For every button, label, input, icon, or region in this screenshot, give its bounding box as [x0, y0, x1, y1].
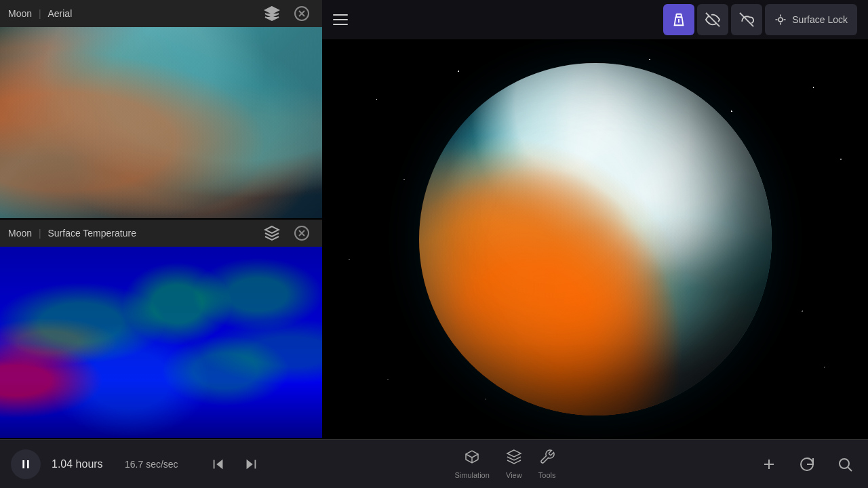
add-button[interactable]: [757, 452, 781, 476]
temp-body-name: Moon: [8, 228, 32, 239]
layers-icon: [264, 5, 280, 22]
temperature-close-button[interactable]: [290, 221, 314, 245]
temperature-map-canvas: [0, 247, 322, 438]
search-button[interactable]: [833, 452, 857, 476]
time-display: 1.04 hours: [52, 458, 119, 470]
layers-nav-icon: [506, 449, 522, 465]
main-3d-view: [322, 39, 868, 439]
pause-icon: [20, 459, 31, 470]
eye-off-icon: [705, 12, 720, 27]
aerial-layers-button[interactable]: [260, 1, 284, 26]
speed-display: 16.7 sec/sec: [125, 459, 199, 470]
fast-forward-button[interactable]: [237, 451, 264, 478]
speed-value: 16.7: [125, 459, 143, 470]
aerial-map-header: Moon | Aerial: [0, 0, 322, 27]
close-icon-2: [294, 225, 310, 241]
aerial-layer-name: Aerial: [47, 8, 72, 19]
plus-icon: [761, 456, 777, 472]
svg-line-19: [472, 454, 478, 458]
rewind-button[interactable]: [205, 451, 232, 478]
eye-off-button[interactable]: [697, 4, 728, 35]
time-value: 1.04 hours: [52, 458, 103, 470]
surface-lock-icon: [774, 14, 787, 26]
search-icon: [837, 456, 853, 472]
temp-separator: |: [39, 228, 44, 239]
cloud-off-button[interactable]: [731, 4, 762, 35]
svg-point-24: [840, 459, 849, 468]
nav-simulation[interactable]: Simulation: [454, 449, 489, 479]
view-label: View: [506, 471, 522, 479]
rotate-button[interactable]: [795, 452, 819, 476]
close-icon: [294, 5, 310, 22]
pause-button[interactable]: [11, 449, 41, 479]
menu-button[interactable]: [333, 14, 348, 25]
temp-layer-name: Surface Temperature: [47, 228, 136, 239]
speed-unit: sec/sec: [146, 459, 178, 470]
temperature-map-section: Moon | Surface Temperature: [0, 220, 322, 439]
aerial-map-canvas: [0, 27, 322, 218]
svg-point-10: [778, 18, 783, 22]
svg-line-25: [848, 467, 852, 471]
svg-marker-20: [507, 450, 521, 457]
rotate-icon: [799, 456, 815, 472]
surface-lock-button[interactable]: Surface Lock: [765, 4, 857, 35]
cloud-off-icon: [739, 12, 754, 27]
bottom-toolbar: 1.04 hours 16.7 sec/sec Si: [0, 439, 868, 488]
top-toolbar: Surface Lock: [322, 0, 868, 39]
aerial-close-button[interactable]: [290, 1, 314, 26]
tools-icon: [539, 449, 555, 469]
temperature-map-header: Moon | Surface Temperature: [0, 220, 322, 247]
aerial-map-title: Moon | Aerial: [8, 8, 254, 19]
surface-lock-label: Surface Lock: [792, 14, 848, 25]
aerial-separator: |: [39, 8, 44, 19]
nav-tools[interactable]: Tools: [538, 449, 556, 479]
flashlight-icon: [671, 12, 686, 27]
nav-view[interactable]: View: [506, 449, 522, 479]
planet-sphere: [419, 63, 772, 415]
rewind-icon: [211, 457, 226, 472]
temperature-map-title: Moon | Surface Temperature: [8, 228, 254, 239]
svg-line-17: [466, 454, 472, 458]
wrench-icon: [539, 449, 555, 465]
simulation-icon: [464, 449, 480, 469]
svg-marker-13: [216, 459, 222, 469]
tools-label: Tools: [538, 471, 556, 479]
bottom-right-icons: [757, 452, 857, 476]
left-panel: Moon | Aerial: [0, 0, 322, 439]
temperature-layers-button[interactable]: [260, 221, 284, 245]
cube-icon: [464, 449, 480, 465]
fast-forward-icon: [243, 457, 258, 472]
flashlight-button[interactable]: [663, 4, 694, 35]
aerial-map-section: Moon | Aerial: [0, 0, 322, 220]
svg-rect-11: [22, 460, 24, 468]
aerial-body-name: Moon: [8, 8, 32, 19]
bottom-nav-group: Simulation View Tools: [454, 449, 555, 479]
view-icon: [506, 449, 522, 469]
svg-rect-12: [27, 460, 29, 468]
simulation-label: Simulation: [454, 471, 489, 479]
svg-marker-15: [247, 459, 253, 469]
layers-icon-2: [264, 225, 280, 241]
